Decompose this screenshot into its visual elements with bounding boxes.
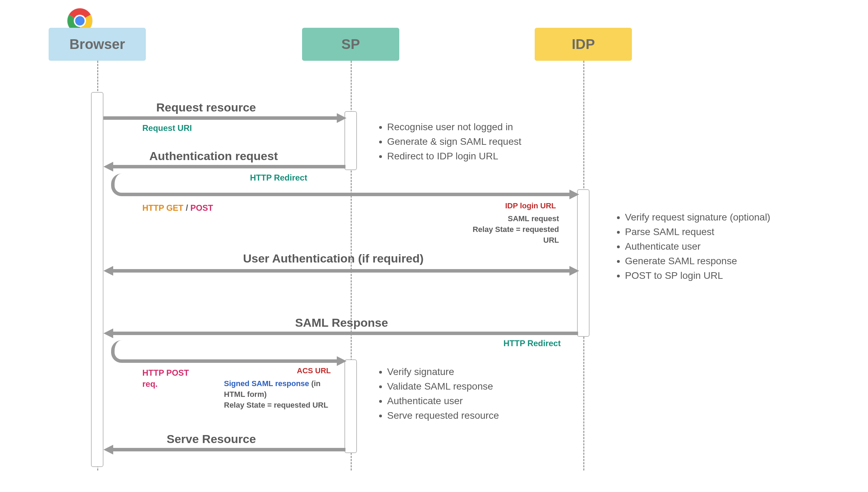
label-serve-resource: Serve Resource bbox=[167, 432, 256, 446]
arrow-to-sp bbox=[122, 359, 340, 363]
label-http-redirect-1: HTTP Redirect bbox=[250, 173, 307, 183]
label-auth-request: Authentication request bbox=[149, 149, 278, 163]
arrowhead-auth-request bbox=[103, 162, 113, 172]
note-item: POST to SP login URL bbox=[625, 268, 770, 283]
arrow-to-idp bbox=[122, 193, 573, 196]
participant-idp: IDP bbox=[535, 28, 632, 61]
note-item: Validate SAML response bbox=[387, 379, 499, 394]
note-item: Verify signature bbox=[387, 365, 499, 379]
label-relay-state-1: Relay State = requested URL bbox=[462, 224, 559, 246]
activation-browser bbox=[91, 92, 103, 467]
arrow-auth-request bbox=[111, 165, 345, 168]
label-request-resource: Request resource bbox=[156, 101, 256, 114]
label-post: POST bbox=[190, 203, 213, 212]
arrowhead-user-auth-right bbox=[569, 266, 579, 276]
arrowhead-user-auth-left bbox=[103, 266, 113, 276]
arrowhead-to-idp bbox=[569, 190, 579, 199]
arrowhead-request-resource bbox=[337, 113, 347, 123]
note-item: Redirect to IDP login URL bbox=[387, 149, 521, 164]
notes-idp: Verify request signature (optional) Pars… bbox=[615, 210, 770, 283]
label-acs-url: ACS URL bbox=[297, 366, 331, 375]
label-saml-response: SAML Response bbox=[295, 316, 388, 330]
label-relay-state-2: Relay State = requested URL bbox=[224, 400, 339, 411]
note-item: Parse SAML request bbox=[625, 225, 770, 239]
svg-point-2 bbox=[75, 16, 84, 25]
note-item: Generate SAML response bbox=[625, 254, 770, 268]
label-user-auth: User Authentication (if required) bbox=[243, 252, 424, 265]
note-item: Serve requested resource bbox=[387, 408, 499, 423]
label-http-redirect-2: HTTP Redirect bbox=[503, 339, 561, 348]
arrow-saml-response bbox=[111, 332, 578, 335]
activation-idp bbox=[577, 189, 590, 337]
activation-sp-2 bbox=[344, 359, 357, 453]
arrowhead-saml-response bbox=[103, 328, 113, 338]
note-item: Generate & sign SAML request bbox=[387, 134, 521, 149]
label-req: req. bbox=[142, 379, 158, 389]
participant-sp: SP bbox=[302, 28, 399, 61]
note-item: Authenticate user bbox=[387, 394, 499, 408]
label-http-post: HTTP POST bbox=[142, 368, 189, 378]
notes-sp-final: Verify signature Validate SAML response … bbox=[377, 365, 499, 423]
arrow-request-resource bbox=[103, 116, 340, 120]
label-signed-saml: Signed SAML response bbox=[224, 379, 309, 388]
label-http-get: HTTP GET bbox=[142, 203, 183, 212]
saml-sequence-diagram: Browser SP IDP Request resource Request … bbox=[0, 0, 868, 492]
participant-browser: Browser bbox=[49, 28, 146, 61]
arrow-user-auth bbox=[111, 269, 573, 273]
label-slash: / bbox=[183, 203, 190, 212]
label-idp-login-url: IDP login URL bbox=[505, 201, 556, 210]
note-item: Authenticate user bbox=[625, 239, 770, 254]
arrowhead-serve-resource bbox=[103, 445, 113, 455]
label-http-get-post: HTTP GET / POST bbox=[142, 203, 213, 213]
note-item: Verify request signature (optional) bbox=[625, 210, 770, 225]
arrowhead-to-sp bbox=[337, 356, 347, 366]
label-saml-request: SAML request bbox=[462, 214, 559, 224]
label-request-uri: Request URI bbox=[142, 123, 192, 133]
note-item: Recognise user not logged in bbox=[387, 120, 521, 134]
arrow-serve-resource bbox=[111, 448, 345, 451]
notes-sp-initial: Recognise user not logged in Generate & … bbox=[377, 120, 521, 164]
